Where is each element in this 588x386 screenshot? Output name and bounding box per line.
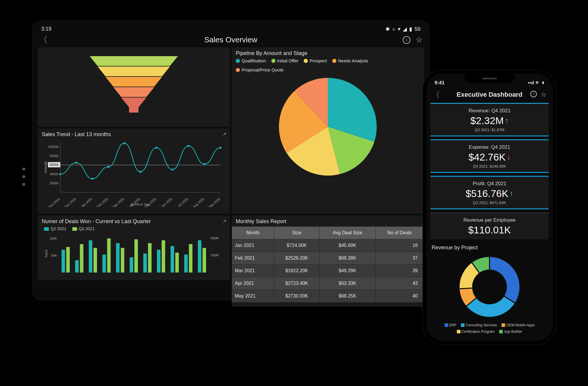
svg-point-36 [188,145,190,147]
svg-text:Jun 2020: Jun 2020 [160,197,173,207]
legend-item: ERP [445,323,457,327]
trend-up-icon: ↑ [510,189,513,198]
expand-icon[interactable]: ↗ [223,131,226,137]
kpi-value: $516.76K↑ [433,188,546,199]
back-button[interactable]: 〈 [432,90,440,100]
page-title: Sales Overview [204,35,258,44]
pipeline-pie-title: Pipeline By Amount and Stage [236,50,420,56]
svg-rect-60 [162,240,165,273]
table-cell: Feb 2021 [232,252,274,265]
kpi-stack: Revenue: Q4 2021 $2.32M↑ Q3 2021: $1.87M… [430,103,549,239]
phone-notch [465,73,514,83]
table-cell: 43 [375,277,424,290]
svg-rect-51 [102,255,106,273]
svg-point-32 [123,142,126,144]
expand-icon[interactable]: ↗ [223,218,226,224]
svg-text:180K: 180K [49,237,57,240]
kpi-label: Profit: Q4 2021 [433,181,546,187]
trend-down-icon: ↓ [507,153,511,162]
favorite-icon[interactable]: ☆ [540,91,547,98]
svg-point-35 [171,168,173,171]
table-cell: Jan 2021 [232,239,274,252]
table-header: No of Deals [375,227,424,239]
svg-text:Sales: Sales [44,249,48,258]
svg-rect-50 [93,248,97,273]
table-cell: Apr 2021 [232,277,274,290]
carousel-dots [22,168,25,186]
svg-text:Jul 2020: Jul 2020 [177,197,189,207]
svg-rect-57 [143,254,147,273]
sales-trend-panel[interactable]: Sales Trend - Last 13 months ↗ 2000k4000… [38,128,230,214]
table-row[interactable]: Apr 2021$2723.40K$63.33K43 [232,277,424,290]
favorite-icon[interactable]: ☆ [415,36,423,44]
kpi-value: $42.76K↓ [433,151,546,163]
battery-text: 59 [415,26,420,32]
table-row[interactable]: Feb 2021$2526.20K$68.28K37 [232,252,424,265]
kpi-label: Revenue per Employee [433,217,546,223]
legend-item: Prospect [304,58,327,63]
deals-bar-panel[interactable]: Numer of Deals Won - Current vs Last Qua… [38,215,230,280]
svg-text:Sales($): Sales($) [44,161,47,173]
svg-text:250M: 250M [211,253,219,257]
svg-text:Feb 2020: Feb 2020 [96,197,108,207]
funnel-chart-panel[interactable] [38,47,230,127]
table-row[interactable]: May 2021$2730.00K$68.25K40 [232,290,424,303]
svg-rect-64 [189,244,193,273]
phone-app-header: 〈 Executive Dashboard i ☆ [430,89,549,101]
svg-text:Sep 2020: Sep 2020 [208,197,221,207]
svg-text:Jan 2020: Jan 2020 [80,197,93,207]
svg-text:4000k: 4000k [50,172,59,176]
legend-q2: Q2 2021 [44,226,66,231]
legend-item: Qualification [236,58,266,63]
kpi-value: $110.01K [433,224,546,236]
revenue-project-title: Revenue by Project [432,245,549,251]
svg-point-38 [220,147,222,149]
svg-rect-62 [175,253,179,273]
tablet-device: 3:19 ✱ ⟐ ▾ ◢ ▮ 59 〈 Sales Overview i ☆ S… [32,21,429,300]
pipeline-pie-panel[interactable]: Pipeline By Amount and Stage Qualificati… [232,47,424,214]
table-cell: 16 [375,239,424,252]
kpi-sub: Q3 2021: $1.87M [433,128,546,132]
info-icon[interactable]: i [403,36,410,44]
back-button[interactable]: 〈 [39,34,48,46]
table-cell: $2723.40K [274,277,320,290]
signal-icon: ◢ [403,26,407,32]
legend-item: Proposal/Price Quote [236,67,284,72]
svg-rect-54 [121,248,124,273]
svg-text:Nov 2019: Nov 2019 [48,197,61,207]
monthly-sales-panel[interactable]: Monthly Sales Report MonthSizeAvg Deal S… [232,215,424,307]
kpi-card[interactable]: Expense: Q4 2021 $42.76K↓ Q3 2021: $148.… [430,139,549,173]
table-cell: $724.00K [274,239,320,252]
svg-point-31 [107,166,109,168]
svg-rect-63 [184,255,188,273]
table-cell: $63.33K [320,277,375,290]
svg-rect-58 [148,243,151,273]
info-icon[interactable]: i [530,91,537,97]
legend-item: Initial Offer [271,58,298,63]
svg-text:6000k: 6000k [50,163,59,166]
legend-item: Needs Analysis [332,58,368,63]
kpi-card[interactable]: Profit: Q4 2021 $516.76K↑ Q3 2021: $471.… [430,176,549,209]
monthly-sales-table: MonthSizeAvg Deal SizeNo of Deals Jan 20… [232,226,424,303]
kpi-value: $2.32M↑ [433,115,546,126]
table-cell: 39 [375,265,424,277]
table-header: Month [232,227,274,239]
table-row[interactable]: Mar 2021$1922.20K$49.29K39 [232,265,424,277]
revenue-project-panel[interactable]: Revenue by Project ERPConsulting Service… [430,242,549,334]
svg-rect-56 [134,239,138,273]
kpi-card[interactable]: Revenue: Q4 2021 $2.32M↑ Q3 2021: $1.87M [430,103,549,136]
svg-text:Aug 2020: Aug 2020 [192,197,205,207]
table-cell: Mar 2021 [232,265,274,277]
kpi-label: Revenue: Q4 2021 [433,108,546,114]
table-cell: $45.00K [320,239,375,252]
table-cell: $1922.20K [274,265,320,277]
status-time: 9:41 [435,80,445,86]
svg-rect-48 [80,244,83,273]
kpi-card[interactable]: Revenue per Employee $110.01K [430,212,549,239]
monthly-sales-title: Monthly Sales Report [232,218,424,225]
svg-point-34 [156,147,158,149]
svg-marker-3 [113,87,154,97]
wifi-icon: ▾ [398,26,400,32]
svg-rect-52 [107,238,111,273]
table-row[interactable]: Jan 2021$724.00K$45.00K16 [232,239,424,252]
